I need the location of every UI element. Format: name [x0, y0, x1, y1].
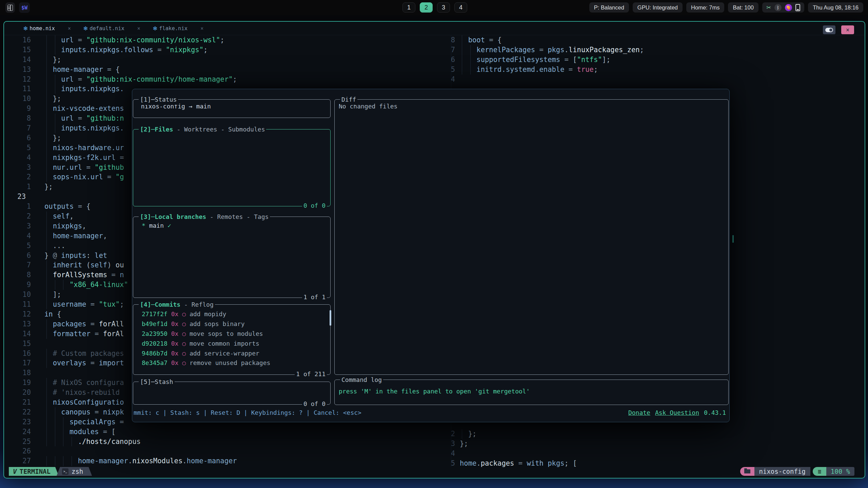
code-line[interactable]: 2 };	[428, 429, 577, 439]
lazygit-version: 0.43.1	[704, 409, 726, 416]
scissors-icon[interactable]: ✂	[766, 4, 771, 11]
code-line[interactable]: 16 url = "github:nix-community/nixos-wsl…	[4, 35, 237, 45]
code-line[interactable]: 8 boot = {	[428, 35, 644, 45]
launcher-icon[interactable]	[5, 2, 15, 13]
commit-row[interactable]: 2a23950 0x ○ move sops to modules	[142, 329, 326, 339]
line-number: 9	[4, 280, 31, 290]
workspace-switcher: 1234	[402, 2, 467, 13]
line-number: 7	[4, 260, 31, 270]
commit-row[interactable]: b49ef1d 0x ○ add sops binary	[142, 319, 326, 329]
line-number: 10	[4, 94, 31, 104]
status-bar: V TERMINAL >_ zsh nixos-config ≡ 100 %	[4, 467, 865, 476]
phone-icon[interactable]	[795, 4, 800, 11]
code-line[interactable]: 4	[428, 75, 644, 84]
code-line[interactable]: 5 initrd.systemd.enable = true;	[428, 65, 644, 75]
command-log-content: press 'M' in the files panel to open 'gi…	[335, 380, 728, 399]
line-number: 20	[4, 388, 31, 398]
workspace-button-1[interactable]: 1	[402, 2, 415, 13]
keybinding-hints: mmit: c | Stash: s | Reset: D | Keybindi…	[134, 408, 361, 418]
line-number: 16	[4, 35, 31, 45]
lazygit-branches-panel[interactable]: [3]─Local branches - Remotes - Tags * ma…	[133, 217, 331, 298]
code-line[interactable]: 6 supportedFilesystems = ["ntfs"];	[428, 55, 644, 65]
lines-icon: ≡	[813, 467, 826, 476]
line-number: 17	[4, 358, 31, 368]
pane-toggle-button[interactable]	[823, 25, 835, 34]
lazygit-commits-panel[interactable]: [4]─Commits - Reflog 2717f2f 0x ○ add mo…	[133, 304, 331, 375]
line-number: 4	[428, 75, 455, 84]
diff-content: No changed files	[335, 100, 728, 114]
branch-name: main	[149, 222, 164, 229]
lazygit-stash-panel[interactable]: [5]─Stash 0 of 0	[133, 382, 331, 405]
scroll-indicator[interactable]	[732, 235, 734, 243]
line-number: 8	[4, 114, 31, 123]
flame-icon[interactable]	[785, 4, 792, 11]
workspace-button-2[interactable]: 2	[420, 2, 433, 13]
workspace-button-4[interactable]: 4	[454, 2, 467, 13]
commit-row[interactable]: 2717f2f 0x ○ add mopidy	[142, 309, 326, 319]
commits-count: 1 of 211	[295, 369, 327, 379]
workspace-button-3[interactable]: 3	[437, 2, 450, 13]
code-line[interactable]: 25 ./hosts/canopus	[4, 437, 237, 447]
line-number: 12	[4, 309, 31, 319]
code-line[interactable]: 14 };	[4, 55, 237, 65]
commit-row[interactable]: 8e345a7 0x ○ remove unused packages	[142, 358, 326, 368]
commit-row[interactable]: d920218 0x ○ move common imports	[142, 339, 326, 349]
line-number: 3	[4, 163, 31, 172]
tab-close-icon[interactable]: ×	[68, 25, 71, 32]
tab-home.nix[interactable]: ❄home.nix×	[23, 25, 71, 32]
line-number: 16	[4, 349, 31, 359]
editor-pane-right-top: 8 boot = {7 kernelPackages = pkgs.linuxP…	[428, 35, 644, 84]
app-badge[interactable]: $W	[19, 2, 30, 13]
status-pill[interactable]: P: Balanced	[589, 2, 629, 13]
donate-link[interactable]: Donate	[628, 409, 650, 416]
stash-panel-title: [5]─Stash	[139, 377, 175, 387]
line-number: 15	[4, 45, 31, 55]
line-number: 11	[4, 84, 31, 94]
status-pill[interactable]: Bat: 100	[728, 2, 758, 13]
commit-row[interactable]: 9486b7d 0x ○ add service-wrapper	[142, 349, 326, 359]
code-line[interactable]: 24 modules = [	[4, 427, 237, 437]
code-line[interactable]: 15 inputs.nixpkgs.follows = "nixpkgs";	[4, 45, 237, 55]
lazygit-keybar: mmit: c | Stash: s | Reset: D | Keybindi…	[134, 408, 726, 418]
line-number: 7	[428, 45, 455, 55]
bluetooth-icon[interactable]: ᛒ	[774, 4, 782, 11]
tab-flake.nix[interactable]: ❄flake.nix×	[153, 25, 203, 32]
line-number: 11	[4, 300, 31, 309]
line-number: 19	[4, 378, 31, 388]
lazygit-command-log-panel[interactable]: Command log press 'M' in the files panel…	[334, 380, 729, 405]
commits-panel-title: [4]─Commits - Reflog	[139, 300, 215, 310]
code-line[interactable]: 27 home-manager.nixosModules.home-manage…	[4, 456, 237, 466]
line-number: 23	[4, 417, 31, 427]
line-number: 25	[4, 437, 31, 447]
repo-name: nixos-config	[754, 467, 810, 476]
code-line[interactable]: 12 url = "github:nix-community/home-mana…	[4, 75, 237, 84]
tiling-grid-icon	[7, 5, 13, 11]
line-number: 14	[4, 329, 31, 339]
lazygit-files-panel[interactable]: [2]─Files - Worktrees - Submodules 0 of …	[133, 129, 331, 206]
branches-panel-title: [3]─Local branches - Remotes - Tags	[139, 212, 270, 222]
window-close-button[interactable]: ×	[841, 25, 854, 34]
clock[interactable]: Thu Aug 08, 18:16	[808, 2, 863, 13]
commits-scrollbar[interactable]	[330, 310, 331, 326]
commit-list: 2717f2f 0x ○ add mopidyb49ef1d 0x ○ add …	[133, 305, 330, 370]
line-number: 1	[4, 202, 31, 211]
code-line[interactable]: 7 kernelPackages = pkgs.linuxPackages_ze…	[428, 45, 644, 55]
code-line[interactable]: 26	[4, 446, 237, 456]
code-line[interactable]: 4	[428, 449, 577, 459]
line-number: 5	[428, 65, 455, 75]
ask-question-link[interactable]: Ask Question	[655, 409, 699, 416]
lazygit-status-panel[interactable]: [1]─Status nixos-config → main	[133, 99, 331, 118]
line-number: 24	[4, 427, 31, 437]
tab-close-icon[interactable]: ×	[137, 25, 140, 32]
lazygit-diff-panel[interactable]: Diff No changed files	[334, 99, 729, 375]
status-pill[interactable]: GPU: Integrated	[633, 2, 683, 13]
code-line[interactable]: 3};	[428, 439, 577, 449]
nix-snowflake-icon: ❄	[23, 25, 28, 32]
tab-default.nix[interactable]: ❄default.nix×	[83, 25, 140, 32]
tab-close-icon[interactable]: ×	[200, 25, 203, 32]
code-line[interactable]: 13 home-manager = {	[4, 65, 237, 75]
line-number: 8	[4, 270, 31, 280]
status-pill[interactable]: Home: 7ms	[686, 2, 724, 13]
line-number: 4	[428, 449, 455, 459]
tab-label: home.nix	[29, 25, 55, 32]
